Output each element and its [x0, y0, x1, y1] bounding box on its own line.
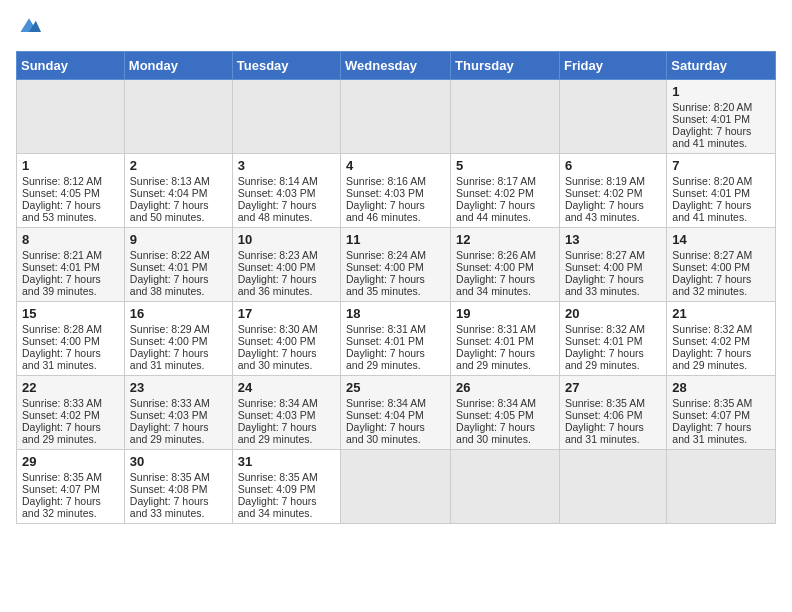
sunrise-text: Sunrise: 8:33 AM: [130, 397, 210, 409]
calendar-cell: 8Sunrise: 8:21 AMSunset: 4:01 PMDaylight…: [17, 228, 125, 302]
sunrise-text: Sunrise: 8:35 AM: [672, 397, 752, 409]
sunrise-text: Sunrise: 8:16 AM: [346, 175, 426, 187]
sunset-text: Sunset: 4:00 PM: [130, 335, 208, 347]
calendar-cell: 24Sunrise: 8:34 AMSunset: 4:03 PMDayligh…: [232, 376, 340, 450]
daylight-text: Daylight: 7 hours and 46 minutes.: [346, 199, 425, 223]
daylight-text: Daylight: 7 hours and 32 minutes.: [672, 273, 751, 297]
sunrise-text: Sunrise: 8:34 AM: [238, 397, 318, 409]
day-number: 10: [238, 232, 335, 247]
calendar-cell: [232, 80, 340, 154]
logo: [16, 16, 41, 41]
calendar-cell: 12Sunrise: 8:26 AMSunset: 4:00 PMDayligh…: [451, 228, 560, 302]
sunset-text: Sunset: 4:03 PM: [238, 409, 316, 421]
sunrise-text: Sunrise: 8:20 AM: [672, 175, 752, 187]
header-day-sunday: Sunday: [17, 52, 125, 80]
day-number: 16: [130, 306, 227, 321]
daylight-text: Daylight: 7 hours and 29 minutes.: [456, 347, 535, 371]
day-number: 23: [130, 380, 227, 395]
sunrise-text: Sunrise: 8:13 AM: [130, 175, 210, 187]
daylight-text: Daylight: 7 hours and 34 minutes.: [456, 273, 535, 297]
calendar-cell: 26Sunrise: 8:34 AMSunset: 4:05 PMDayligh…: [451, 376, 560, 450]
logo-icon: [17, 16, 41, 36]
header-day-friday: Friday: [559, 52, 666, 80]
sunrise-text: Sunrise: 8:35 AM: [22, 471, 102, 483]
sunset-text: Sunset: 4:01 PM: [346, 335, 424, 347]
sunset-text: Sunset: 4:06 PM: [565, 409, 643, 421]
header-day-monday: Monday: [124, 52, 232, 80]
calendar-cell: 23Sunrise: 8:33 AMSunset: 4:03 PMDayligh…: [124, 376, 232, 450]
calendar-cell: [451, 450, 560, 524]
calendar-cell: [17, 80, 125, 154]
calendar-cell: 2Sunrise: 8:13 AMSunset: 4:04 PMDaylight…: [124, 154, 232, 228]
calendar-cell: 18Sunrise: 8:31 AMSunset: 4:01 PMDayligh…: [341, 302, 451, 376]
calendar-cell: 1Sunrise: 8:12 AMSunset: 4:05 PMDaylight…: [17, 154, 125, 228]
daylight-text: Daylight: 7 hours and 30 minutes.: [456, 421, 535, 445]
daylight-text: Daylight: 7 hours and 41 minutes.: [672, 199, 751, 223]
daylight-text: Daylight: 7 hours and 53 minutes.: [22, 199, 101, 223]
daylight-text: Daylight: 7 hours and 31 minutes.: [565, 421, 644, 445]
calendar-cell: [341, 450, 451, 524]
sunrise-text: Sunrise: 8:21 AM: [22, 249, 102, 261]
calendar-cell: 10Sunrise: 8:23 AMSunset: 4:00 PMDayligh…: [232, 228, 340, 302]
calendar-cell: [559, 450, 666, 524]
sunset-text: Sunset: 4:02 PM: [565, 187, 643, 199]
day-number: 19: [456, 306, 554, 321]
day-number: 14: [672, 232, 770, 247]
sunrise-text: Sunrise: 8:29 AM: [130, 323, 210, 335]
sunrise-text: Sunrise: 8:26 AM: [456, 249, 536, 261]
sunset-text: Sunset: 4:01 PM: [22, 261, 100, 273]
calendar-cell: [451, 80, 560, 154]
sunset-text: Sunset: 4:00 PM: [456, 261, 534, 273]
day-number: 13: [565, 232, 661, 247]
sunrise-text: Sunrise: 8:35 AM: [238, 471, 318, 483]
daylight-text: Daylight: 7 hours and 43 minutes.: [565, 199, 644, 223]
day-number: 28: [672, 380, 770, 395]
day-number: 7: [672, 158, 770, 173]
sunset-text: Sunset: 4:00 PM: [238, 335, 316, 347]
sunrise-text: Sunrise: 8:32 AM: [565, 323, 645, 335]
sunset-text: Sunset: 4:00 PM: [238, 261, 316, 273]
sunset-text: Sunset: 4:09 PM: [238, 483, 316, 495]
day-number: 29: [22, 454, 119, 469]
daylight-text: Daylight: 7 hours and 31 minutes.: [130, 347, 209, 371]
daylight-text: Daylight: 7 hours and 33 minutes.: [565, 273, 644, 297]
calendar-cell: 30Sunrise: 8:35 AMSunset: 4:08 PMDayligh…: [124, 450, 232, 524]
sunset-text: Sunset: 4:01 PM: [130, 261, 208, 273]
daylight-text: Daylight: 7 hours and 35 minutes.: [346, 273, 425, 297]
calendar-cell: 25Sunrise: 8:34 AMSunset: 4:04 PMDayligh…: [341, 376, 451, 450]
daylight-text: Daylight: 7 hours and 36 minutes.: [238, 273, 317, 297]
calendar-cell: 15Sunrise: 8:28 AMSunset: 4:00 PMDayligh…: [17, 302, 125, 376]
daylight-text: Daylight: 7 hours and 30 minutes.: [238, 347, 317, 371]
day-number: 11: [346, 232, 445, 247]
sunset-text: Sunset: 4:08 PM: [130, 483, 208, 495]
calendar-cell: 1Sunrise: 8:20 AMSunset: 4:01 PMDaylight…: [667, 80, 776, 154]
calendar-cell: 27Sunrise: 8:35 AMSunset: 4:06 PMDayligh…: [559, 376, 666, 450]
day-number: 2: [130, 158, 227, 173]
calendar-cell: 28Sunrise: 8:35 AMSunset: 4:07 PMDayligh…: [667, 376, 776, 450]
sunrise-text: Sunrise: 8:31 AM: [346, 323, 426, 335]
calendar-cell: 20Sunrise: 8:32 AMSunset: 4:01 PMDayligh…: [559, 302, 666, 376]
calendar-week-1: 1Sunrise: 8:12 AMSunset: 4:05 PMDaylight…: [17, 154, 776, 228]
sunset-text: Sunset: 4:07 PM: [672, 409, 750, 421]
calendar-cell: [559, 80, 666, 154]
calendar-cell: [341, 80, 451, 154]
sunset-text: Sunset: 4:00 PM: [22, 335, 100, 347]
daylight-text: Daylight: 7 hours and 48 minutes.: [238, 199, 317, 223]
daylight-text: Daylight: 7 hours and 41 minutes.: [672, 125, 751, 149]
calendar-cell: 11Sunrise: 8:24 AMSunset: 4:00 PMDayligh…: [341, 228, 451, 302]
sunset-text: Sunset: 4:00 PM: [672, 261, 750, 273]
day-number: 24: [238, 380, 335, 395]
sunset-text: Sunset: 4:02 PM: [22, 409, 100, 421]
calendar-cell: 17Sunrise: 8:30 AMSunset: 4:00 PMDayligh…: [232, 302, 340, 376]
day-number: 8: [22, 232, 119, 247]
daylight-text: Daylight: 7 hours and 50 minutes.: [130, 199, 209, 223]
calendar-cell: 5Sunrise: 8:17 AMSunset: 4:02 PMDaylight…: [451, 154, 560, 228]
calendar-cell: 9Sunrise: 8:22 AMSunset: 4:01 PMDaylight…: [124, 228, 232, 302]
daylight-text: Daylight: 7 hours and 31 minutes.: [22, 347, 101, 371]
sunset-text: Sunset: 4:05 PM: [22, 187, 100, 199]
daylight-text: Daylight: 7 hours and 29 minutes.: [565, 347, 644, 371]
header-day-wednesday: Wednesday: [341, 52, 451, 80]
sunrise-text: Sunrise: 8:22 AM: [130, 249, 210, 261]
daylight-text: Daylight: 7 hours and 34 minutes.: [238, 495, 317, 519]
sunset-text: Sunset: 4:03 PM: [238, 187, 316, 199]
